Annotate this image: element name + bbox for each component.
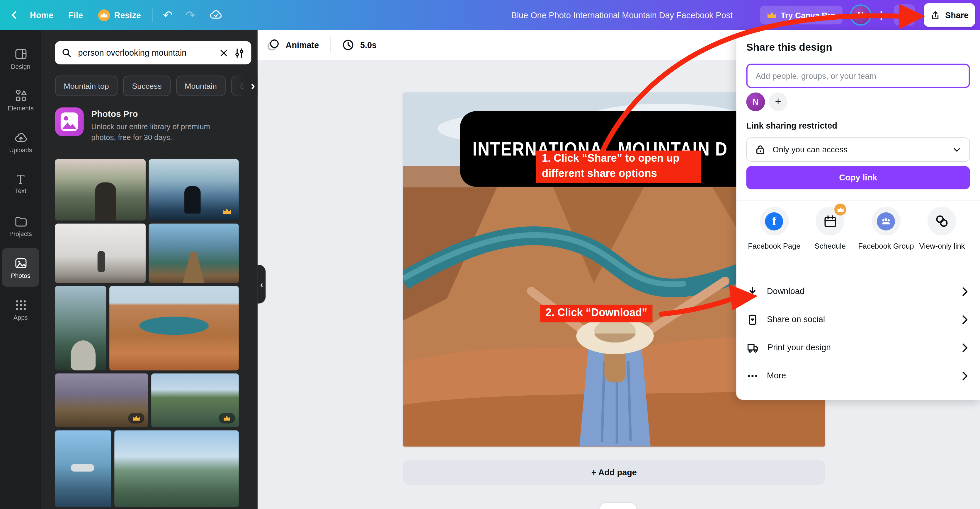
share-button[interactable]: Share bbox=[924, 3, 975, 27]
view-only-link-option[interactable]: View-only link bbox=[914, 207, 970, 251]
more-menu-item[interactable]: More bbox=[746, 362, 970, 390]
print-your-design-menu-item[interactable]: Print your design bbox=[746, 334, 970, 362]
sidebar-item-photos[interactable]: Photos bbox=[2, 248, 39, 287]
annotation-step2: 2. Click “Download” bbox=[540, 305, 653, 322]
chevron-right-icon bbox=[960, 369, 970, 382]
photo-thumbnail[interactable] bbox=[55, 159, 145, 220]
pro-crown-badge bbox=[219, 413, 235, 423]
search-icon bbox=[61, 48, 72, 58]
download-icon bbox=[899, 10, 910, 21]
chevron-down-icon bbox=[952, 145, 962, 155]
undo-button[interactable]: ↶ bbox=[156, 8, 179, 22]
sidebar-item-elements[interactable]: Elements bbox=[2, 81, 39, 119]
search-bar[interactable] bbox=[55, 41, 251, 64]
download-icon bbox=[746, 285, 759, 298]
photos-pro-icon bbox=[55, 108, 84, 136]
bottom-toolbar-tab[interactable] bbox=[600, 503, 636, 509]
link-icon bbox=[935, 214, 950, 228]
canva-editor: Animate 5.0s bbox=[0, 0, 980, 509]
back-button[interactable] bbox=[0, 10, 22, 21]
chip-success[interactable]: Success bbox=[123, 76, 170, 96]
more-dots-icon bbox=[746, 369, 759, 382]
account-avatar[interactable]: N bbox=[851, 6, 870, 24]
save-status-cloud-icon[interactable] bbox=[202, 8, 232, 22]
suggestion-chips: Mountain top Success Mountain Su bbox=[55, 76, 244, 96]
add-people-field[interactable] bbox=[746, 64, 970, 88]
facebook-icon: f bbox=[765, 212, 783, 230]
duration-button[interactable]: 5.0s bbox=[333, 39, 385, 51]
toolbar-divider bbox=[330, 37, 331, 53]
photo-thumbnail[interactable] bbox=[149, 159, 239, 220]
pro-crown-badge bbox=[219, 206, 235, 217]
share-menu-list: Download Share on social Print your desi… bbox=[746, 277, 970, 390]
pro-crown-badge bbox=[835, 203, 846, 216]
photo-thumbnail[interactable] bbox=[149, 224, 239, 283]
sidebar-item-apps[interactable]: Apps bbox=[2, 290, 39, 328]
sidebar-item-projects[interactable]: Projects bbox=[2, 206, 39, 245]
sidebar-item-text[interactable]: T Text bbox=[2, 164, 39, 203]
copy-link-button[interactable]: Copy link bbox=[746, 166, 970, 189]
sidebar-item-design[interactable]: Design bbox=[2, 39, 39, 77]
design-title[interactable]: Blue One Photo International Mountain Da… bbox=[511, 0, 733, 30]
chip-mountain-top[interactable]: Mountain top bbox=[55, 76, 118, 96]
calendar-icon bbox=[822, 213, 838, 229]
social-heart-icon bbox=[746, 313, 759, 326]
animate-button[interactable]: Animate bbox=[258, 38, 328, 52]
schedule-option[interactable]: Schedule bbox=[802, 207, 858, 251]
apps-grid-icon bbox=[13, 298, 28, 312]
home-button[interactable]: Home bbox=[22, 10, 61, 20]
photo-thumbnail[interactable] bbox=[114, 430, 239, 507]
top-bar: Home File Resize ↶ ↷ Blue One Photo Inte… bbox=[0, 0, 980, 30]
facebook-page-option[interactable]: f Facebook Page bbox=[746, 207, 802, 251]
chips-scroll-chevron[interactable]: › bbox=[230, 74, 258, 98]
pro-crown-icon bbox=[98, 9, 110, 21]
photos-pro-banner[interactable]: Photos Pro Unlock our entire library of … bbox=[55, 108, 244, 144]
design-icon bbox=[13, 46, 28, 61]
clear-search-icon[interactable] bbox=[219, 48, 229, 58]
chevron-right-icon bbox=[960, 313, 970, 326]
try-canva-pro-button[interactable]: Try Canva Pro bbox=[760, 6, 843, 24]
collaborator-avatar[interactable]: N bbox=[746, 92, 765, 111]
share-panel: Share this design N + Link sharing restr… bbox=[736, 30, 980, 400]
photos-panel: Mountain top Success Mountain Su › Photo… bbox=[41, 30, 258, 509]
photo-thumbnail[interactable] bbox=[55, 373, 148, 427]
account-menu-dots-icon[interactable]: ⋮ bbox=[875, 6, 888, 24]
sidebar-item-uploads[interactable]: Uploads bbox=[2, 122, 39, 161]
pro-crown-badge bbox=[128, 413, 144, 423]
add-collaborator-button[interactable]: + bbox=[769, 92, 788, 111]
facebook-group-option[interactable]: Facebook Group bbox=[858, 207, 914, 251]
download-menu-item[interactable]: Download bbox=[746, 277, 970, 306]
text-icon: T bbox=[17, 173, 25, 186]
chevron-right-icon bbox=[960, 285, 970, 298]
file-menu[interactable]: File bbox=[61, 10, 91, 20]
delivery-truck-icon bbox=[746, 341, 759, 354]
add-page-button[interactable]: + Add page bbox=[403, 460, 825, 485]
panel-collapse-handle[interactable]: ‹ bbox=[258, 265, 266, 303]
photo-thumbnail[interactable] bbox=[109, 286, 239, 371]
redo-button[interactable]: ↷ bbox=[179, 8, 202, 22]
uploads-icon bbox=[13, 130, 28, 145]
filter-icon[interactable] bbox=[234, 47, 245, 58]
quick-download-button[interactable] bbox=[894, 5, 915, 26]
chevron-right-icon bbox=[960, 341, 970, 354]
photo-thumbnail[interactable] bbox=[55, 286, 107, 371]
link-sharing-label: Link sharing restricted bbox=[746, 121, 970, 131]
add-people-input[interactable] bbox=[754, 71, 962, 81]
photo-thumbnail[interactable] bbox=[55, 224, 145, 283]
elements-icon bbox=[13, 89, 28, 103]
group-people-icon bbox=[877, 212, 895, 230]
search-input[interactable] bbox=[77, 48, 214, 58]
topbar-divider bbox=[152, 8, 153, 22]
back-chevron-icon bbox=[9, 10, 20, 21]
photo-results-grid bbox=[55, 159, 239, 507]
share-on-social-menu-item[interactable]: Share on social bbox=[746, 306, 970, 334]
projects-folder-icon bbox=[13, 214, 28, 228]
panel-divider bbox=[736, 201, 980, 201]
access-dropdown[interactable]: Only you can access bbox=[746, 137, 970, 162]
chip-mountain[interactable]: Mountain bbox=[176, 76, 225, 96]
share-upload-icon bbox=[930, 10, 941, 20]
photo-thumbnail[interactable] bbox=[55, 430, 111, 507]
share-panel-title: Share this design bbox=[746, 41, 970, 53]
photo-thumbnail[interactable] bbox=[151, 373, 239, 427]
resize-button[interactable]: Resize bbox=[91, 9, 149, 21]
